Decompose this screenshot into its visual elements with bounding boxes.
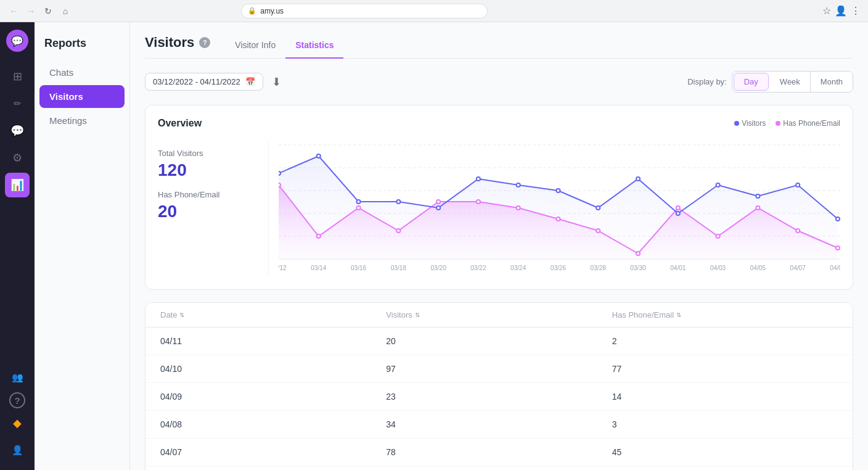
- cell-date: 04/07: [160, 447, 386, 457]
- svg-point-21: [676, 206, 680, 210]
- sidebar-icon-users[interactable]: 👥: [5, 365, 30, 390]
- th-date: Date ⇅: [160, 310, 386, 320]
- svg-text:03/12: 03/12: [279, 265, 287, 271]
- visitors-legend-dot: [734, 121, 739, 126]
- svg-text:03/22: 03/22: [470, 265, 486, 271]
- nav-title: Reports: [35, 32, 129, 60]
- svg-point-23: [756, 206, 760, 210]
- bookmark-icon[interactable]: ☆: [822, 5, 831, 17]
- home-button[interactable]: ⌂: [59, 5, 72, 17]
- svg-point-24: [796, 229, 800, 233]
- svg-point-35: [636, 177, 640, 181]
- svg-point-36: [676, 212, 680, 215]
- svg-point-27: [317, 154, 321, 158]
- svg-point-31: [477, 177, 480, 181]
- table-row: 04/06 43 12: [145, 466, 853, 470]
- url-text: amy.us: [260, 7, 284, 15]
- cell-date: 04/11: [160, 336, 386, 346]
- address-bar[interactable]: 🔒 amy.us: [241, 4, 488, 19]
- cell-phone-email: 3: [612, 419, 838, 429]
- svg-point-32: [517, 183, 520, 187]
- sort-visitors-icon[interactable]: ⇅: [415, 311, 420, 318]
- calendar-icon: 📅: [245, 77, 255, 86]
- nav-item-chats[interactable]: Chats: [39, 61, 125, 84]
- profile-icon[interactable]: 👤: [835, 5, 847, 17]
- cell-visitors: 78: [386, 447, 612, 457]
- toolbar: 03/12/2022 - 04/11/2022 📅 ⬇ Display by: …: [145, 71, 853, 93]
- svg-text:03/14: 03/14: [311, 265, 327, 271]
- chart-stats: Total Visitors 120 Has Phone/Email 20: [158, 139, 269, 277]
- sidebar-icon-settings[interactable]: ⚙: [5, 146, 30, 170]
- sidebar-icon-edit[interactable]: ✏: [5, 91, 30, 116]
- table-row: 04/10 97 77: [145, 355, 853, 383]
- table-row: 04/09 23 14: [145, 383, 853, 411]
- cell-date: 04/10: [160, 364, 386, 374]
- overview-title: Overview: [158, 118, 202, 129]
- cell-visitors: 20: [386, 336, 612, 346]
- sidebar-icon-analytics[interactable]: 📊: [5, 173, 30, 197]
- cell-date: 04/09: [160, 392, 386, 402]
- svg-point-37: [716, 183, 720, 187]
- svg-text:03/28: 03/28: [591, 265, 607, 271]
- display-week-button[interactable]: Week: [770, 72, 811, 92]
- back-button[interactable]: ←: [7, 5, 20, 17]
- display-by-control: Display by: Day Week Month: [687, 71, 853, 93]
- svg-point-26: [279, 171, 280, 175]
- page-tabs: Visitor Info Statistics: [225, 35, 343, 58]
- reload-button[interactable]: ↻: [42, 5, 54, 17]
- sidebar-icon-chat[interactable]: 💬: [5, 118, 30, 143]
- main-chart: 20 15 10 5 0: [279, 139, 840, 274]
- phone-email-legend-dot: [776, 121, 780, 126]
- svg-point-30: [436, 206, 440, 210]
- menu-icon[interactable]: ⋮: [851, 5, 861, 17]
- main-content: Visitors ? Visitor Info Statistics 03/12…: [130, 22, 868, 470]
- svg-text:04/03: 04/03: [710, 265, 726, 271]
- cell-phone-email: 77: [612, 364, 838, 374]
- svg-point-25: [836, 246, 840, 250]
- cell-visitors: 97: [386, 364, 612, 374]
- svg-point-14: [396, 229, 400, 233]
- page-title-area: Visitors ?: [145, 35, 210, 58]
- display-month-button[interactable]: Month: [811, 72, 853, 92]
- svg-point-19: [596, 229, 600, 233]
- browser-actions: ☆ 👤 ⋮: [822, 5, 861, 17]
- phone-email-legend-label: Has Phone/Email: [783, 119, 840, 128]
- svg-point-28: [357, 200, 361, 204]
- svg-text:03/26: 03/26: [551, 265, 567, 271]
- cell-phone-email: 14: [612, 392, 838, 402]
- info-icon[interactable]: ?: [199, 37, 210, 48]
- tab-statistics[interactable]: Statistics: [285, 35, 343, 59]
- sidebar-icon-help[interactable]: ?: [9, 392, 25, 408]
- download-button[interactable]: ⬇: [269, 73, 284, 91]
- table-header: Date ⇅ Visitors ⇅ Has Phone/Email ⇅: [145, 303, 853, 328]
- total-visitors-value: 120: [158, 160, 258, 180]
- display-day-button[interactable]: Day: [734, 73, 769, 91]
- nav-item-visitors[interactable]: Visitors: [39, 85, 125, 108]
- date-range-picker[interactable]: 03/12/2022 - 04/11/2022 📅: [145, 73, 263, 91]
- sort-date-icon[interactable]: ⇅: [179, 311, 184, 318]
- visitors-area-fill: [279, 156, 838, 259]
- avatar[interactable]: 💬: [6, 30, 28, 52]
- table-row: 04/08 34 3: [145, 411, 853, 439]
- sort-phone-icon[interactable]: ⇅: [676, 311, 681, 318]
- forward-button[interactable]: →: [25, 5, 37, 17]
- sidebar-icon-user-shield[interactable]: 👤: [5, 438, 30, 463]
- date-range-text: 03/12/2022 - 04/11/2022: [153, 77, 240, 86]
- svg-text:04/01: 04/01: [670, 265, 686, 271]
- page-title: Visitors: [145, 35, 194, 51]
- svg-point-34: [596, 206, 600, 210]
- svg-text:04/05: 04/05: [750, 265, 766, 271]
- sidebar-icon-diamond[interactable]: ◆: [5, 411, 30, 435]
- svg-text:03/24: 03/24: [510, 265, 526, 271]
- svg-point-13: [357, 206, 361, 210]
- svg-point-38: [756, 194, 760, 198]
- sidebar-icon-grid[interactable]: ⊞: [5, 64, 30, 89]
- legend-phone-email: Has Phone/Email: [776, 119, 840, 128]
- page-header: Visitors ? Visitor Info Statistics: [145, 35, 853, 59]
- nav-item-meetings[interactable]: Meetings: [39, 109, 125, 132]
- cell-phone-email: 2: [612, 336, 838, 346]
- chart-legend: Visitors Has Phone/Email: [734, 119, 840, 128]
- svg-text:03/20: 03/20: [430, 265, 446, 271]
- tab-visitor-info[interactable]: Visitor Info: [225, 35, 285, 59]
- svg-text:03/18: 03/18: [391, 265, 407, 271]
